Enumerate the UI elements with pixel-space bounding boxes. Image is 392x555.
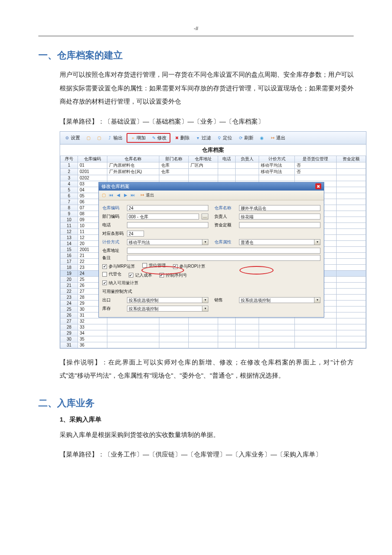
table-cell bbox=[336, 282, 366, 288]
next-icon[interactable]: ▶ bbox=[123, 193, 128, 197]
table-cell: 16 bbox=[61, 252, 78, 258]
edit-warehouse-dialog: 修改仓库档案 ✖ ▢ ⏮ ◀ ▶ ⏭ ↦ 退出 bbox=[98, 182, 324, 318]
table-cell bbox=[159, 342, 188, 348]
toolbar-refresh-button[interactable]: ⟳ 刷新 bbox=[236, 134, 256, 142]
dialog-close-button[interactable]: ✖ bbox=[315, 183, 321, 189]
table-cell: 30 bbox=[61, 336, 78, 342]
table-cell bbox=[107, 342, 159, 348]
table-cell: 0201 bbox=[78, 168, 107, 175]
chevron-down-icon[interactable]: ▾ bbox=[314, 297, 320, 303]
input-phone[interactable] bbox=[127, 222, 208, 228]
menu-path-1: 【菜单路径】：〔基础设置〕—〔基础档案〕—〔业务〕—〔仓库档案〕 bbox=[60, 115, 354, 128]
combo-pricing-value: 移动平均法 bbox=[127, 239, 202, 245]
prev-icon[interactable]: ◀ bbox=[116, 193, 121, 197]
toolbar-delete-label: 删除 bbox=[180, 135, 190, 141]
dialog-body: 仓库编码 24 仓库名称 腰外半成品仓 bbox=[99, 200, 324, 317]
check-rop-label: 参与ROP计算 bbox=[179, 263, 206, 269]
check-agent[interactable]: 代管仓 bbox=[102, 271, 121, 277]
subheading-2-1: 1、采购入库单 bbox=[60, 416, 354, 424]
first-icon[interactable]: ⏮ bbox=[109, 193, 113, 197]
toolbar-delete-button[interactable]: ✖ 删除 bbox=[172, 134, 192, 142]
chevron-down-icon[interactable]: ▾ bbox=[314, 239, 320, 245]
table-row[interactable]: 3136 bbox=[61, 342, 366, 348]
toolbar-locate-button[interactable]: ⚲ 定位 bbox=[215, 134, 234, 142]
toolbar-paper-button[interactable]: ▢ bbox=[84, 135, 93, 141]
table-cell bbox=[218, 168, 236, 175]
input-barcode[interactable]: 24 bbox=[127, 231, 144, 237]
table-cell bbox=[336, 288, 366, 294]
toolbar-exit-button[interactable]: ↦ 退出 bbox=[268, 134, 288, 142]
check-bin[interactable]: 货位管理 bbox=[142, 263, 166, 269]
table-header-cell: 仓库地址 bbox=[188, 156, 218, 162]
last-icon[interactable]: ⏭ bbox=[130, 193, 135, 197]
check-rop[interactable]: ✔ 参与ROP计算 bbox=[173, 263, 206, 269]
table-cell bbox=[188, 168, 218, 175]
check-serial[interactable]: ✔ 控制序列号 bbox=[159, 272, 187, 278]
table-cell bbox=[159, 336, 188, 342]
input-remark[interactable] bbox=[127, 255, 320, 261]
check-avail[interactable]: ✔ 纳入可用量计算 bbox=[102, 280, 138, 286]
chevron-down-icon[interactable]: ▾ bbox=[202, 239, 208, 245]
table-cell bbox=[336, 294, 366, 300]
input-code[interactable]: 24 bbox=[127, 205, 208, 211]
checkbox-icon: ✔ bbox=[102, 280, 107, 285]
toolbar-modify-button[interactable]: ✎ 修改 bbox=[149, 134, 169, 142]
exit-icon: ↦ bbox=[140, 193, 144, 197]
input-addr[interactable] bbox=[127, 248, 320, 254]
chevron-down-icon[interactable]: ▾ bbox=[202, 306, 208, 312]
input-name[interactable]: 腰外半成品仓 bbox=[239, 205, 320, 211]
table-row[interactable]: 2934 bbox=[61, 330, 366, 336]
page-mark: -# bbox=[0, 26, 392, 32]
dialog-exit-label: 退出 bbox=[146, 192, 154, 198]
table-row[interactable]: 30202 bbox=[61, 175, 366, 181]
toolbar-settings-button[interactable]: ⚙ 设置 bbox=[63, 134, 82, 142]
toolbar-filter-button[interactable]: ▾ 过滤 bbox=[193, 134, 213, 142]
table-row[interactable]: 2833 bbox=[61, 324, 366, 330]
table-cell bbox=[188, 330, 218, 336]
dialog-exit-button[interactable]: ↦ 退出 bbox=[138, 191, 156, 199]
table-cell bbox=[336, 168, 366, 175]
table-cell bbox=[336, 318, 366, 324]
check-agent-label: 代管仓 bbox=[109, 271, 121, 277]
input-person[interactable]: 徐花端 bbox=[239, 214, 320, 220]
combo-export[interactable]: 按系统选项控制 ▾ bbox=[127, 297, 208, 303]
table-cell bbox=[336, 162, 366, 168]
toolbar-add-label: 增加 bbox=[136, 135, 146, 141]
input-dept[interactable]: 008 - 仓库 bbox=[127, 214, 199, 220]
toolbar-paper2-button[interactable]: ▢ bbox=[95, 135, 104, 141]
table-cell bbox=[336, 300, 366, 306]
toolbar-output-button[interactable]: ⤴ 输出 bbox=[105, 134, 125, 142]
table-header-cell: 是否货位管理 bbox=[294, 156, 336, 162]
table-cell bbox=[336, 306, 366, 312]
table-cell bbox=[236, 162, 259, 168]
screenshot-warehouse: ⚙ 设置 ▢ ▢ ⤴ 输出 ＋ 增加 ✎ 修改 bbox=[60, 131, 366, 349]
table-cell: 25 bbox=[61, 306, 78, 312]
table-cell bbox=[159, 175, 188, 181]
highlighted-toolbar-group: ＋ 增加 ✎ 修改 bbox=[127, 133, 170, 143]
table-row[interactable]: 20201厂外原材料仓(风)仓库移动平均法否 bbox=[61, 168, 366, 175]
toolbar-add-button[interactable]: ＋ 增加 bbox=[128, 134, 148, 142]
toolbar-ok-button[interactable]: ◉ bbox=[257, 135, 266, 141]
label-remark: 备注 bbox=[102, 255, 124, 261]
combo-pricing[interactable]: 移动平均法 ▾ bbox=[127, 239, 208, 245]
table-cell bbox=[336, 246, 366, 252]
combo-prop[interactable]: 普通仓 ▾ bbox=[239, 239, 320, 245]
table-row[interactable]: 3035 bbox=[61, 336, 366, 342]
table-row[interactable]: 2732 bbox=[61, 318, 366, 324]
check-bin-label: 货位管理 bbox=[149, 263, 166, 269]
check-mrp[interactable]: ✔ 参与MRP运算 bbox=[102, 263, 135, 269]
table-cell: 21 bbox=[61, 282, 78, 288]
table-cell: 3 bbox=[61, 175, 78, 181]
table-row[interactable]: 101厂内原材料仓仓库厂区内移动平均法否 bbox=[61, 162, 366, 168]
combo-sales[interactable]: 按系统选项控制 ▾ bbox=[239, 297, 320, 303]
pick-dept-button[interactable]: … bbox=[202, 214, 208, 220]
table-cell: 27 bbox=[61, 318, 78, 324]
label-code: 仓库编码 bbox=[102, 205, 124, 211]
input-fund[interactable] bbox=[239, 222, 320, 228]
chevron-down-icon[interactable]: ▾ bbox=[202, 297, 208, 303]
combo-stock[interactable]: 按系统选项控制 ▾ bbox=[127, 306, 208, 312]
check-cost[interactable]: ✔ 记入成本 bbox=[129, 272, 152, 278]
table-cell bbox=[336, 312, 366, 318]
label-barcode: 对应条形码 bbox=[102, 231, 124, 237]
table-cell: 28 bbox=[61, 324, 78, 330]
